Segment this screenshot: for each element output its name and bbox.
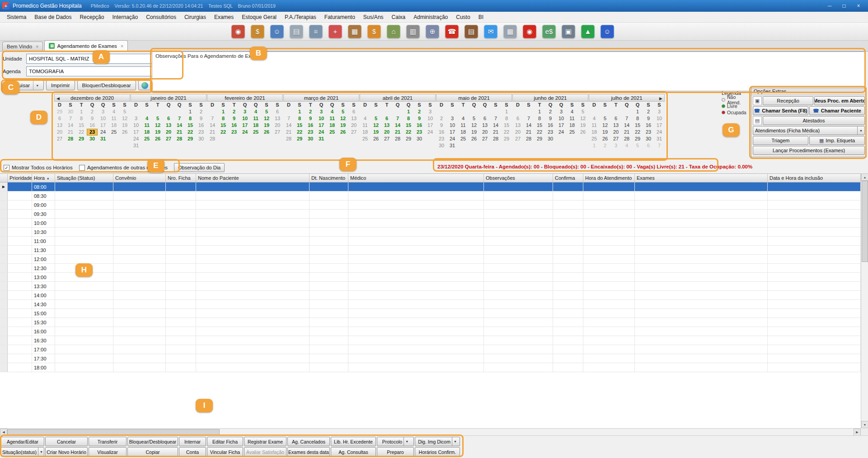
tab-bem-vindo[interactable]: Bem Vindo× <box>2 42 43 51</box>
calendar-day[interactable]: 23 <box>436 136 447 142</box>
calendar-day[interactable]: 7 <box>392 115 403 122</box>
calendar-day[interactable]: 12 <box>261 115 272 122</box>
calendar-day[interactable]: 10 <box>98 115 108 122</box>
calendar-day[interactable]: 24 <box>239 129 250 136</box>
table-row[interactable]: 12:30 <box>0 264 861 273</box>
calendar-day[interactable]: 14 <box>174 122 185 129</box>
calendar-day[interactable]: 2 <box>305 108 316 115</box>
calendar-day[interactable]: 4 <box>458 115 469 122</box>
calendar-day[interactable]: 14 <box>523 122 534 129</box>
calendar-day[interactable]: 20 <box>272 122 283 129</box>
calendar-day[interactable]: 4 <box>108 108 119 115</box>
calendar-day[interactable]: 20 <box>381 129 392 136</box>
calendar-day[interactable]: 5 <box>261 108 272 115</box>
calendar-day[interactable]: 13 <box>610 122 621 129</box>
calendar-day[interactable]: 2 <box>600 142 610 149</box>
calendar-day[interactable]: 17 <box>447 129 458 136</box>
calendar-day[interactable]: 27 <box>348 129 359 136</box>
calendar-day[interactable]: 4 <box>360 115 371 122</box>
calendar-day[interactable]: 9 <box>87 115 98 122</box>
calendar-day[interactable]: 24 <box>425 129 436 136</box>
calendar-day[interactable]: 30 <box>545 136 556 142</box>
calendar-day[interactable]: 22 <box>403 129 414 136</box>
button-chamar-senha-f8[interactable]: ☎Chamar Senha (F8) <box>753 106 808 115</box>
calendar-day[interactable]: 24 <box>447 136 458 142</box>
menu-item-p-a-terapias[interactable]: P.A./Terapias <box>281 12 320 23</box>
calendar-day[interactable]: 7 <box>65 115 76 122</box>
calendar-day[interactable]: 6 <box>163 115 174 122</box>
maximize-button[interactable]: □ <box>837 1 851 11</box>
calendar-day[interactable]: 19 <box>119 122 130 129</box>
table-row[interactable]: 16:00 <box>0 327 861 336</box>
calendar-day[interactable]: 2 <box>414 108 425 115</box>
calendar-day[interactable]: 11 <box>108 115 119 122</box>
scroll-down-icon[interactable]: ▼ <box>861 421 868 428</box>
calendar-day[interactable]: 26 <box>261 129 272 136</box>
calendar-day[interactable]: 3 <box>425 108 436 115</box>
calendar-day[interactable]: 12 <box>371 122 381 129</box>
calendar-day[interactable]: 7 <box>654 142 665 149</box>
units-map-icon[interactable]: ⌂ <box>387 25 400 38</box>
calendar-day[interactable]: 4 <box>250 108 261 115</box>
calendar-day[interactable]: 18 <box>250 122 261 129</box>
scroll-left-icon[interactable]: ◀ <box>0 429 7 436</box>
calendar-day[interactable]: 21 <box>523 129 534 136</box>
calendar-day[interactable]: 29 <box>501 136 512 142</box>
calendar-day[interactable]: 2 <box>436 115 447 122</box>
button-copiar[interactable]: Copiar <box>127 447 178 457</box>
calendar-day[interactable]: 5 <box>600 115 610 122</box>
calendar-day[interactable]: 16 <box>545 122 556 129</box>
calendar-day[interactable]: 8 <box>185 115 196 122</box>
chat-icon[interactable]: ✉ <box>484 25 497 38</box>
calendar-day[interactable]: 29 <box>294 136 305 142</box>
calendar-day[interactable]: 1 <box>218 108 229 115</box>
chart-icon[interactable]: ▲ <box>581 25 595 38</box>
calendar-day[interactable]: 11 <box>589 122 600 129</box>
calendar-day[interactable]: 28 <box>490 136 501 142</box>
calendar-day[interactable]: 26 <box>469 136 479 142</box>
button-cancelar[interactable]: Cancelar <box>45 437 88 446</box>
calendar-day[interactable]: 13 <box>54 122 65 129</box>
calendar-day[interactable]: 15 <box>76 122 87 129</box>
calendar-day[interactable]: 3 <box>654 108 665 115</box>
table-row[interactable]: 14:00 <box>0 291 861 300</box>
calendar-day[interactable]: 18 <box>589 129 600 136</box>
calendar-day[interactable]: 25 <box>327 129 338 136</box>
button-agendar-editar[interactable]: Agendar/Editar <box>1 437 44 446</box>
calendar-day[interactable]: 20 <box>479 129 490 136</box>
calendar-day[interactable]: 1 <box>403 108 414 115</box>
calendar-day[interactable]: 11 <box>250 115 261 122</box>
calendar-day[interactable]: 17 <box>239 122 250 129</box>
table-row[interactable]: 17:30 <box>0 354 861 363</box>
calendar-day[interactable]: 1 <box>501 108 512 115</box>
calendar-day[interactable]: 24 <box>98 129 108 136</box>
column-header-data-e-hora-da-inclusao[interactable]: Data e Hora da inclusão <box>768 174 861 182</box>
calendar-day[interactable]: 22 <box>218 129 229 136</box>
calendar-day[interactable]: 1 <box>294 108 305 115</box>
calendar-day[interactable]: 15 <box>294 122 305 129</box>
calendar-day[interactable]: 17 <box>425 122 436 129</box>
calendar-day[interactable]: 18 <box>327 122 338 129</box>
calendar-day[interactable]: 12 <box>600 122 610 129</box>
calendar-day[interactable]: 15 <box>632 122 643 129</box>
calendar-day[interactable]: 4 <box>567 108 577 115</box>
calendar-day[interactable]: 6 <box>54 115 65 122</box>
calendar-day[interactable]: 19 <box>469 129 479 136</box>
close-button[interactable]: × <box>851 1 866 11</box>
calendar-day[interactable]: 4 <box>621 142 632 149</box>
calendar-day[interactable]: 4 <box>327 108 338 115</box>
calendar-day[interactable]: 28 <box>207 136 218 142</box>
calendar-day[interactable]: 21 <box>283 129 294 136</box>
table-row[interactable]: 17:00 <box>0 345 861 354</box>
calendar-day[interactable]: 10 <box>239 115 250 122</box>
table-row[interactable]: 15:00 <box>0 309 861 318</box>
calendar-day[interactable]: 20 <box>54 129 65 136</box>
calendar-day[interactable]: 6 <box>479 115 490 122</box>
calendar-day[interactable]: 17 <box>98 122 108 129</box>
calendar-day[interactable]: 21 <box>207 129 218 136</box>
calendar-day[interactable]: 15 <box>403 122 414 129</box>
calendar-day[interactable]: 28 <box>392 136 403 142</box>
button-dig-img-dicom[interactable]: Dig. Img Dicom▼ <box>415 437 460 446</box>
stretcher-icon[interactable]: ≡ <box>309 25 323 38</box>
calendar-day[interactable]: 13 <box>272 115 283 122</box>
